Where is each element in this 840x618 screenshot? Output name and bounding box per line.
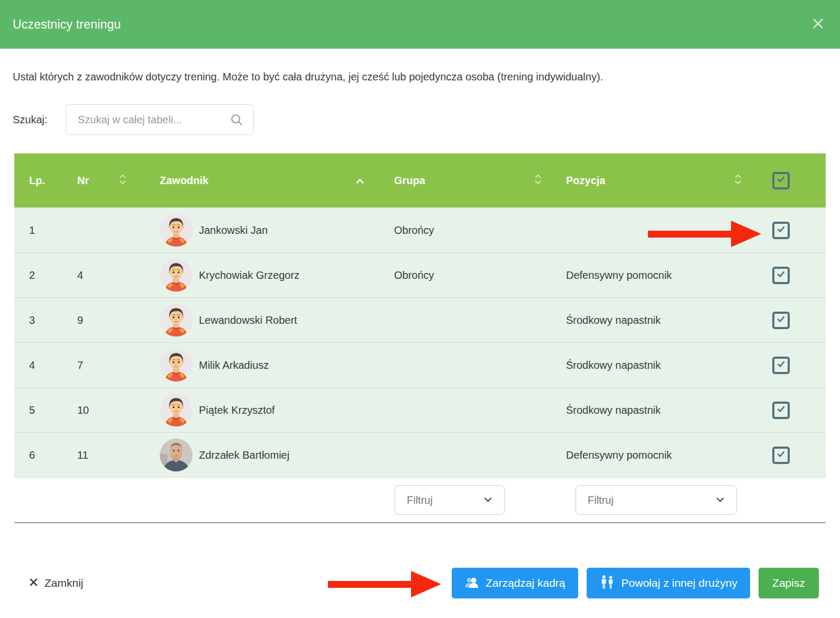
player-avatar [160, 304, 193, 337]
row-position: Środkowy napastnik [550, 314, 751, 326]
row-nr: 4 [61, 269, 145, 281]
row-player: Lewandowski Robert [145, 304, 378, 337]
header-position[interactable]: Pozycja [550, 174, 751, 188]
check-icon [776, 449, 786, 461]
player-avatar [160, 349, 193, 381]
row-checkbox[interactable] [772, 357, 790, 374]
row-player: Krychowiak Grzegorz [145, 259, 378, 292]
header-nr[interactable]: Nr [61, 174, 145, 188]
player-name: Zdrzałek Bartłomiej [199, 449, 289, 461]
modal-close-button[interactable] [810, 15, 826, 33]
call-up-from-other-team-button[interactable]: Powołaj z innej drużyny [587, 568, 750, 598]
row-position: Defensywny pomocnik [550, 449, 751, 461]
check-icon [776, 404, 786, 416]
sort-asc-icon[interactable] [355, 175, 364, 187]
modal-footer: Zamknij Zarządzaj kadrą Powołaj z innej … [29, 568, 819, 598]
row-lp: 6 [14, 449, 61, 461]
users-icon [464, 576, 479, 591]
header-lp: Lp. [14, 175, 61, 187]
group-filter-dropdown[interactable]: Filtruj [395, 485, 505, 515]
row-player: Piątek Krzysztof [145, 394, 378, 426]
select-all-checkbox[interactable] [772, 172, 790, 189]
sort-icon[interactable] [119, 174, 126, 188]
row-nr: 7 [61, 359, 145, 371]
row-nr: 10 [61, 404, 145, 416]
players-table: Lp. Nr Zawodnik Grupa Pozycja 1 [14, 153, 826, 523]
manage-squad-button[interactable]: Zarządzaj kadrą [452, 568, 578, 598]
row-lp: 4 [14, 359, 61, 371]
save-button[interactable]: Zapisz [759, 568, 819, 598]
row-lp: 5 [14, 404, 61, 416]
row-player: Jankowski Jan [145, 214, 378, 247]
player-name: Krychowiak Grzegorz [199, 269, 299, 281]
row-lp: 3 [14, 314, 61, 326]
two-people-icon [599, 575, 615, 592]
player-avatar [160, 394, 193, 426]
search-row: Szukaj: [13, 104, 827, 135]
check-icon [776, 314, 786, 326]
row-checkbox[interactable] [772, 222, 790, 239]
chevron-down-icon [483, 495, 492, 505]
header-group[interactable]: Grupa [378, 174, 550, 188]
row-position: Defensywny pomocnik [550, 269, 751, 281]
chevron-down-icon [716, 495, 725, 505]
row-group: Obrońcy [378, 269, 550, 281]
search-input[interactable] [66, 114, 230, 126]
table-row: 6 11 Zdrzałek Bartłomiej Defensywny pomo… [14, 432, 826, 477]
row-nr: 9 [61, 314, 145, 326]
search-label: Szukaj: [13, 114, 66, 126]
sort-icon[interactable] [734, 174, 742, 188]
check-icon [776, 269, 786, 281]
row-lp: 2 [14, 269, 61, 281]
search-icon [230, 113, 244, 127]
player-name: Milik Arkadiusz [199, 359, 269, 371]
row-position: Środkowy napastnik [550, 404, 751, 416]
row-player: Milik Arkadiusz [145, 349, 378, 381]
row-checkbox[interactable] [772, 402, 790, 419]
header-player[interactable]: Zawodnik [145, 175, 378, 187]
filter-row: Filtruj Filtruj [14, 477, 826, 522]
table-row: 1 Jankowski Jan Obrońcy [14, 207, 826, 252]
row-checkbox[interactable] [772, 447, 790, 464]
player-avatar [160, 259, 193, 292]
row-position: Środkowy napastnik [550, 359, 751, 371]
row-lp: 1 [14, 224, 61, 237]
row-checkbox[interactable] [772, 312, 790, 329]
position-filter-dropdown[interactable]: Filtruj [576, 485, 737, 515]
modal-header: Uczestnicy treningu [0, 0, 840, 49]
row-group: Obrońcy [378, 224, 550, 237]
table-row: 3 9 Lewandowski Robert Środkowy napastni… [14, 297, 826, 342]
check-icon [776, 174, 786, 187]
check-icon [776, 224, 786, 237]
table-row: 5 10 Piątek Krzysztof Środkowy napastnik [14, 387, 826, 432]
player-avatar [160, 439, 193, 471]
modal-description: Ustal których z zawodników dotyczy treni… [13, 71, 827, 83]
close-modal-link[interactable]: Zamknij [29, 577, 84, 589]
table-header-row: Lp. Nr Zawodnik Grupa Pozycja [14, 153, 826, 207]
player-name: Piątek Krzysztof [199, 404, 275, 416]
table-row: 4 7 Milik Arkadiusz Środkowy napastnik [14, 342, 826, 387]
modal-title: Uczestnicy treningu [13, 17, 121, 32]
table-row: 2 4 Krychowiak Grzegorz Obrońcy Defensyw… [14, 252, 826, 297]
x-icon [29, 577, 38, 589]
player-name: Lewandowski Robert [199, 314, 297, 326]
search-box [66, 104, 254, 135]
player-name: Jankowski Jan [199, 224, 268, 237]
check-icon [776, 359, 786, 371]
row-checkbox[interactable] [772, 267, 790, 284]
player-avatar [160, 214, 193, 247]
sort-icon[interactable] [534, 174, 542, 188]
row-nr: 11 [61, 449, 145, 461]
close-icon [812, 17, 824, 31]
row-player: Zdrzałek Bartłomiej [145, 439, 378, 471]
